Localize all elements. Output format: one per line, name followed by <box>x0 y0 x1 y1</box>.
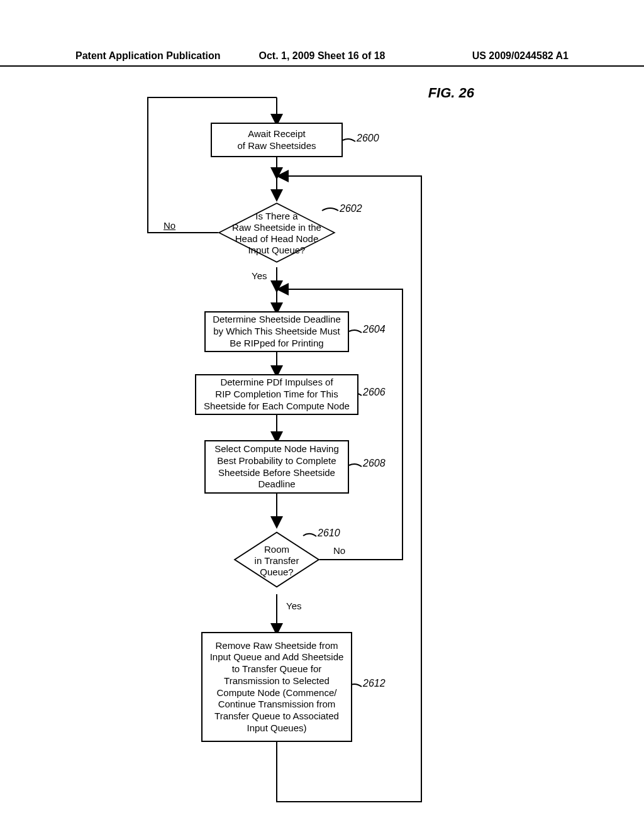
ref-2610: 2610 <box>318 528 340 539</box>
header-left: Patent Application Publication <box>75 50 221 62</box>
label-yes-2610: Yes <box>286 600 301 611</box>
page-header: Patent Application Publication Oct. 1, 2… <box>0 50 644 67</box>
label-no-2602: No <box>164 220 175 231</box>
ref-2608: 2608 <box>363 458 386 469</box>
ref-2602: 2602 <box>340 203 362 214</box>
step-2604: Determine Sheetside Deadline by Which Th… <box>204 311 349 352</box>
label-yes-2602: Yes <box>252 270 267 281</box>
header-center: Oct. 1, 2009 Sheet 16 of 18 <box>259 50 386 62</box>
ref-2600: 2600 <box>357 133 379 144</box>
ref-2612: 2612 <box>363 678 386 689</box>
step-2606: Determine PDf Impulses of RIP Completion… <box>195 374 358 415</box>
ref-2604: 2604 <box>363 324 386 335</box>
step-2600: Await Receipt of Raw Sheetsides <box>211 123 343 157</box>
ref-2606: 2606 <box>363 387 386 398</box>
step-2608: Select Compute Node Having Best Probabil… <box>204 440 349 494</box>
step-2612: Remove Raw Sheetside from Input Queue an… <box>201 632 352 742</box>
flowchart-canvas: Await Receipt of Raw Sheetsides 2600 Is … <box>126 97 516 808</box>
label-no-2610: No <box>333 545 345 556</box>
header-right: US 2009/0244582 A1 <box>472 50 569 62</box>
